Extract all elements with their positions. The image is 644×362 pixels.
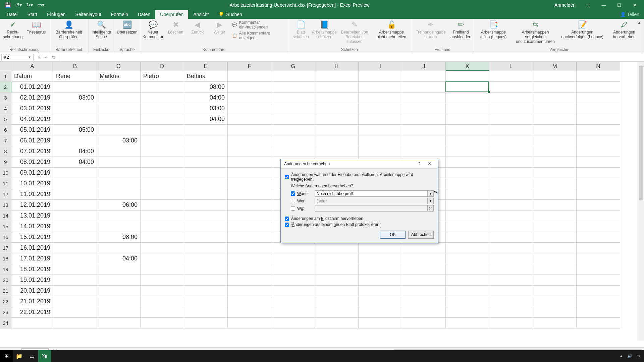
cell[interactable] [271,296,315,307]
cell[interactable] [141,243,184,253]
cell[interactable] [577,253,620,264]
cell[interactable] [402,296,446,307]
cell[interactable] [141,307,184,318]
cell[interactable] [489,71,533,82]
tab-einfügen[interactable]: Einfügen [42,10,70,19]
cell[interactable] [315,318,359,328]
cell[interactable]: 20.01.2019 [11,286,53,296]
cell[interactable] [533,125,577,135]
cell[interactable] [228,135,271,146]
row-header-19[interactable]: 19 [0,264,11,275]
cell[interactable] [184,286,228,296]
cell[interactable] [402,82,446,93]
cell[interactable] [271,146,315,157]
col-header-C[interactable]: C [97,62,141,71]
cell[interactable] [489,93,533,103]
tray-chevron-icon[interactable]: ▲ [619,354,623,358]
translate-button[interactable]: 🔤Übersetzen [117,20,137,35]
cell[interactable] [577,286,620,296]
cell[interactable]: 15.01.2019 [11,232,53,243]
cell[interactable] [315,146,359,157]
chevron-down-icon[interactable]: ▼ [28,55,31,59]
cell[interactable] [533,135,577,146]
cell[interactable] [315,103,359,114]
cell[interactable] [402,71,446,82]
cell[interactable] [271,275,315,286]
tab-seitenlayout[interactable]: Seitenlayout [71,10,106,19]
cell[interactable] [533,93,577,103]
cell[interactable] [11,318,53,328]
smart-lookup-button[interactable]: 🔍Intelligente Suche [91,20,111,40]
cell[interactable] [402,243,446,253]
cell[interactable] [184,307,228,318]
cell[interactable]: 14.01.2019 [11,221,53,232]
spellcheck-button[interactable]: ✔Recht- schreibung [3,20,23,40]
cell[interactable]: 04:00 [184,114,228,125]
cell[interactable] [446,253,489,264]
show-all-comments[interactable]: 📋Alle Kommentare anzeigen [232,31,285,40]
cell[interactable] [533,232,577,243]
cell[interactable] [141,318,184,328]
cell[interactable] [53,82,97,93]
cell[interactable] [184,125,228,135]
cell[interactable] [184,318,228,328]
cell[interactable] [53,200,97,210]
cell[interactable] [446,307,489,318]
signin-link[interactable]: Anmelden [554,2,581,8]
new-comment-button[interactable]: 💬Neuer Kommentar [143,20,163,40]
cell[interactable] [402,114,446,125]
cell[interactable] [97,318,141,328]
tell-me-search[interactable]: 💡Suchen [214,10,247,19]
cell[interactable] [533,146,577,157]
cell[interactable] [359,275,402,286]
cell[interactable] [228,275,271,286]
cell[interactable] [228,71,271,82]
cell[interactable] [184,168,228,178]
cell[interactable] [446,135,489,146]
row-header-9[interactable]: 9 [0,157,11,168]
cell[interactable] [489,103,533,114]
row-header-8[interactable]: 8 [0,146,11,157]
tab-datei[interactable]: Datei [2,10,22,19]
highlight-changes-button[interactable]: 🖍Änderungen hervorheben [607,20,641,40]
close-icon[interactable]: ✕ [627,3,642,8]
cell[interactable] [489,200,533,210]
cell[interactable] [228,253,271,264]
cell[interactable] [489,114,533,125]
cell[interactable] [53,296,97,307]
cell[interactable] [141,264,184,275]
cell[interactable] [315,114,359,125]
cell[interactable] [141,168,184,178]
cell[interactable] [533,189,577,200]
tab-überprüfen[interactable]: Überprüfen [155,10,188,19]
col-header-D[interactable]: D [141,62,184,71]
track-changes-legacy-button[interactable]: 📝Änderungen nachverfolgen (Legacy) [560,20,604,40]
col-header-B[interactable]: B [53,62,97,71]
cell[interactable] [446,71,489,82]
cell[interactable] [53,243,97,253]
col-header-H[interactable]: H [315,62,359,71]
touch-icon[interactable]: ▭▾ [37,2,45,8]
cell[interactable] [533,103,577,114]
tab-formeln[interactable]: Formeln [106,10,133,19]
fx-icon[interactable]: fx [52,55,55,60]
cell[interactable] [271,264,315,275]
cell[interactable] [489,232,533,243]
col-header-G[interactable]: G [271,62,315,71]
cell[interactable]: Datum [11,71,53,82]
cell[interactable] [53,318,97,328]
tray-volume-icon[interactable]: 🔊 [627,354,632,358]
cell[interactable] [359,103,402,114]
cell[interactable] [53,307,97,318]
cell[interactable]: 17.01.2019 [11,253,53,264]
cell[interactable] [446,318,489,328]
cell[interactable] [533,178,577,189]
cell[interactable] [315,286,359,296]
cell[interactable] [577,135,620,146]
cell[interactable] [184,200,228,210]
cell[interactable] [184,135,228,146]
cell[interactable] [97,210,141,221]
cell[interactable] [402,307,446,318]
cell[interactable] [97,114,141,125]
cell[interactable] [141,253,184,264]
